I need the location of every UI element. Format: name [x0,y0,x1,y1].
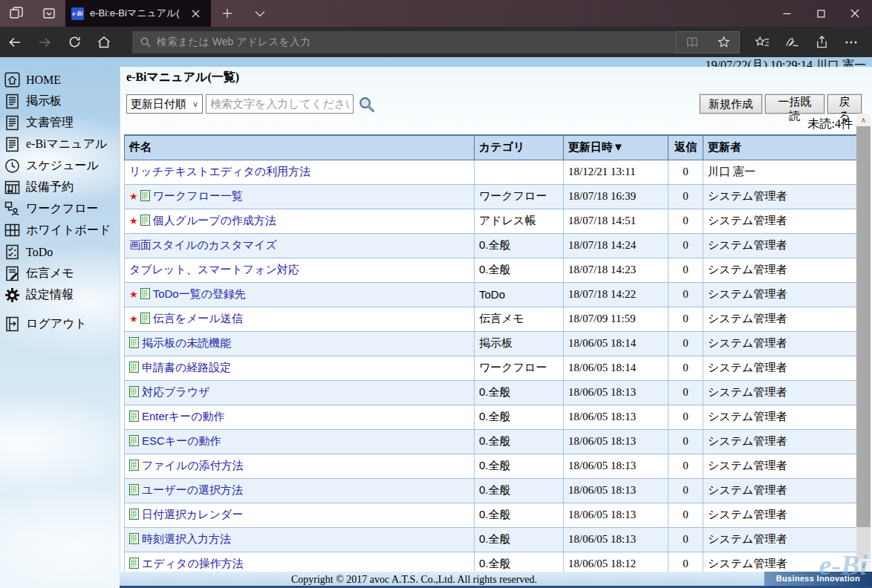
cell-updater: システム管理者 [703,356,857,380]
cell-category: 掲示板 [475,331,564,356]
subject-link[interactable]: Enterキーの動作 [142,410,225,422]
tab-close-icon[interactable] [186,4,205,23]
scroll-up-icon[interactable]: ∧ [856,114,871,126]
sidebar-item-label: 設定情報 [26,287,74,303]
cell-category: 0.全般 [475,429,564,454]
main-panel: e-Biマニュアル(一覧) 更新日付順 ∨ 新規作成 一括既読 戻る 未読:4件 [120,67,872,572]
cell-updated: 18/06/05 18:14 [564,356,668,380]
sidebar-item-settings[interactable]: 設定情報 [4,284,117,306]
tab-preview-icon[interactable] [33,0,65,27]
back-icon[interactable] [0,27,30,57]
whiteboard-icon [4,223,20,238]
search-input[interactable] [206,94,354,114]
minimize-button[interactable] [769,0,804,27]
cell-replies: 0 [668,160,703,184]
cell-updated: 18/06/05 18:12 [564,552,668,572]
cell-updated: 18/07/18 14:24 [564,233,668,258]
cell-updated: 18/06/05 18:13 [564,380,668,405]
page-title: e-Biマニュアル(一覧) [126,70,239,85]
subject-link[interactable]: ESCキーの動作 [142,434,221,447]
create-new-button[interactable]: 新規作成 [700,94,762,114]
sidebar-item-whiteboard[interactable]: ホワイトボード [4,220,117,241]
tabs-aside-icon[interactable] [0,0,33,27]
subject-link[interactable]: ユーザーの選択方法 [142,483,243,496]
memo-icon [4,266,20,281]
table-row: 申請書の経路設定ワークフロー18/06/05 18:140システム管理者 [125,356,857,380]
toolbar: 更新日付順 ∨ 新規作成 一括既読 戻る [126,94,867,114]
scroll-down-icon[interactable]: ∨ [856,559,871,572]
browser-navbar: 検索または Web アドレスを入力 [0,27,872,57]
home-icon [4,72,20,88]
sidebar-item-workflow[interactable]: ワークフロー [4,198,117,220]
maximize-button[interactable] [804,0,838,27]
subject-link[interactable]: 画面スタイルのカスタマイズ [129,238,277,251]
sidebar-item-manual[interactable]: e-Biマニュアル [4,134,117,155]
subject-link[interactable]: リッチテキストエディタの利用方法 [129,165,310,177]
cell-replies: 0 [668,258,703,282]
cell-replies: 0 [668,527,703,552]
sort-order-select[interactable]: 更新日付順 ∨ [126,94,203,114]
sidebar-item-document[interactable]: 文書管理 [4,112,117,134]
cell-updater: システム管理者 [703,233,857,258]
cell-category: 0.全般 [475,405,564,429]
sidebar-item-home[interactable]: HOME [4,69,117,91]
favorite-star-icon[interactable] [708,32,739,53]
subject-link[interactable]: 時刻選択入力方法 [142,532,231,545]
subject-link[interactable]: ToDo一覧の登録先 [153,287,246,300]
new-tab-button[interactable] [211,8,244,19]
subject-link[interactable]: ワークフロー一覧 [153,189,243,202]
cell-updater: システム管理者 [703,331,857,356]
cell-category: 0.全般 [475,258,564,282]
address-bar[interactable]: 検索または Web アドレスを入力 [132,31,740,53]
attachment-icon [129,460,139,473]
tab-list-chevron-icon[interactable] [244,10,276,17]
schedule-icon [4,158,20,174]
subject-link[interactable]: エディタの操作方法 [142,557,244,569]
subject-link[interactable]: 対応ブラウザ [142,385,209,398]
close-button[interactable] [838,0,872,27]
subject-link[interactable]: タブレット、スマートフォン対応 [129,263,299,275]
cell-replies: 0 [668,405,703,429]
hub-favorites-icon[interactable] [747,27,777,57]
home-icon[interactable] [89,27,119,57]
column-header[interactable]: 更新日時▼ [564,135,668,160]
page-background: 19/07/22(月) 10:29:14 川口 憲一 HOME掲示板文書管理e-… [0,57,872,588]
vertical-scrollbar[interactable]: ∧ ∨ [856,114,871,572]
cell-category: アドレス帳 [475,209,564,233]
sidebar-item-todo[interactable]: ToDo [4,241,117,263]
back-button[interactable]: 戻る [827,94,862,114]
subject-link[interactable]: 掲示板の未読機能 [142,336,231,349]
share-icon[interactable] [807,27,836,57]
reading-view-icon[interactable] [677,32,708,53]
sort-order-value: 更新日付順 [131,97,186,111]
document-icon [4,115,20,131]
more-options-icon[interactable] [836,27,866,57]
sidebar-item-logout[interactable]: ログアウト [4,313,117,335]
sidebar-item-memo[interactable]: 伝言メモ [4,263,117,284]
browser-tab[interactable]: e-Bi e-Bi:e-Biマニュアル(一覧) [65,0,211,27]
subject-link[interactable]: 申請書の経路設定 [142,361,231,373]
forward-icon[interactable] [30,27,59,57]
mark-all-read-button[interactable]: 一括既読 [765,94,824,114]
cell-updater: システム管理者 [703,380,857,405]
cell-updater: システム管理者 [703,307,857,331]
sidebar-item-schedule[interactable]: スケジュール [4,155,117,177]
table-row: 対応ブラウザ0.全般18/06/05 18:130システム管理者 [125,380,857,405]
attachment-icon [129,484,139,497]
subject-link[interactable]: 個人グループの作成方法 [153,214,276,226]
subject-link[interactable]: ファイルの添付方法 [142,459,244,471]
subject-link[interactable]: 伝言をメール送信 [153,312,243,324]
cell-category: 0.全般 [475,380,564,405]
unread-star-icon: ★ [129,313,138,324]
search-magnifier-icon[interactable] [358,96,375,116]
scrollbar-thumb[interactable] [856,126,871,527]
subject-link[interactable]: 日付選択カレンダー [142,508,243,520]
sidebar-item-facility[interactable]: 設備予約 [4,177,117,198]
cell-updater: システム管理者 [703,454,857,478]
refresh-icon[interactable] [59,27,89,57]
cell-updated: 18/06/05 18:13 [564,454,668,478]
cell-updater: システム管理者 [703,429,857,454]
sidebar-item-bulletin[interactable]: 掲示板 [4,91,117,112]
workflow-icon [4,201,20,217]
annotate-pen-icon[interactable] [777,27,807,57]
